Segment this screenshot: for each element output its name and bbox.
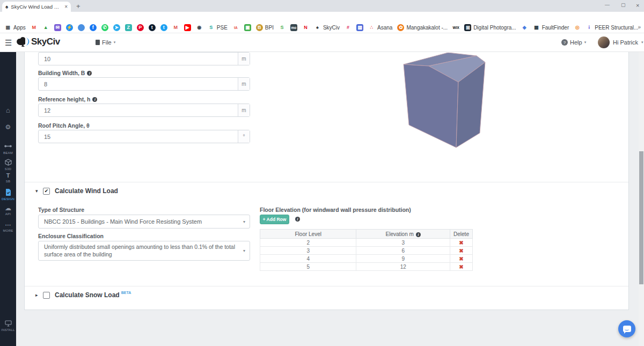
bookmark-item[interactable]: ◆ (521, 24, 528, 31)
hamburger-menu-icon[interactable]: ☰ (5, 38, 12, 48)
bookmark-favicon-icon: ▦ (533, 24, 540, 31)
info-icon[interactable]: i (416, 232, 421, 237)
field-input-group: m (38, 52, 250, 65)
field-input[interactable] (39, 130, 238, 143)
page-scrollbar-thumb[interactable] (639, 151, 643, 284)
sidebar-item-home[interactable]: ⌂ (0, 107, 16, 114)
building-3d-view[interactable] (376, 53, 516, 154)
table-cell: 3 (260, 247, 356, 255)
sidebar-item-design[interactable]: DESIGN (0, 187, 16, 201)
wind-load-section-header: ▾ ✔ Calculate Wind Load (35, 187, 118, 195)
bookmark-favicon-icon: M (31, 24, 38, 31)
sidebar-item-settings[interactable]: ⚙ (0, 124, 16, 131)
table-cell: 6 (356, 247, 450, 255)
bookmarks-overflow-icon[interactable]: » (638, 24, 641, 30)
sidebar-item-s3d[interactable]: S3D (0, 157, 16, 171)
field-input[interactable] (39, 104, 238, 116)
chat-button[interactable] (618, 320, 635, 337)
wind-load-checkbox[interactable]: ✔ (43, 188, 50, 195)
enclosure-select[interactable]: Uniformly distributed small openings amo… (38, 241, 250, 261)
chevron-down-icon: ▾ (584, 40, 587, 45)
skyciv-logo-icon (16, 36, 30, 47)
info-icon[interactable]: i (87, 71, 92, 76)
bookmark-item[interactable] (78, 24, 85, 31)
sidebar-item-sb[interactable]: TSB (0, 172, 16, 183)
bookmark-item[interactable]: ✿Mangakakalot -... (397, 24, 448, 31)
collapse-arrow-icon[interactable]: ▸ (35, 292, 43, 298)
bookmark-item[interactable]: ▦FaultFinder (533, 24, 569, 31)
sidebar-item-label: INSTALL (0, 328, 16, 332)
user-name-label: Hi Patrick (613, 39, 638, 46)
bookmark-item[interactable]: t (160, 24, 167, 31)
sidebar-item-install[interactable]: INSTALL (0, 318, 16, 332)
floor-elevation-label: Floor Elevation (for windward wall press… (260, 207, 411, 213)
bookmark-item[interactable]: P (137, 24, 144, 31)
bookmark-label: PSE (217, 25, 228, 31)
sidebar-item-label: API (0, 212, 16, 216)
info-icon[interactable]: i (92, 97, 97, 102)
bookmark-item[interactable]: mo (290, 24, 297, 31)
snow-load-checkbox[interactable] (43, 292, 50, 299)
sidebar-item-more[interactable]: ⋯MORE (0, 222, 16, 232)
bookmark-item[interactable]: S (279, 24, 286, 31)
sidebar-item-beam[interactable]: BEAM (0, 141, 16, 154)
bookmark-item[interactable]: ▤ (356, 24, 363, 31)
bookmark-item[interactable]: M (172, 24, 179, 31)
bookmark-item[interactable]: ▲ (42, 24, 49, 31)
bookmark-favicon-icon: mo (290, 24, 297, 31)
bookmark-item[interactable]: ▣ (244, 24, 251, 31)
structure-type-select[interactable]: NBCC 2015 - Buildings - Main Wind Force … (38, 215, 250, 229)
window-restore-button[interactable]: ▢ (621, 2, 626, 8)
bookmark-item[interactable]: Z (125, 24, 132, 31)
bookmark-item[interactable]: # (345, 24, 352, 31)
delete-row-button[interactable]: ✖ (459, 240, 463, 246)
sidebar-item-label: SB (0, 180, 16, 183)
bookmark-item[interactable]: ➤ (113, 24, 120, 31)
bookmark-item[interactable]: ▶ (184, 24, 191, 31)
bookmark-item[interactable]: ▦Apps (4, 24, 26, 31)
add-row-button[interactable]: + Add Row (260, 215, 289, 224)
field-unit: m (238, 78, 250, 90)
browser-tab[interactable]: ♠ SkyCiv Wind Load Generato × (2, 2, 71, 12)
bookmark-item[interactable]: ∴Asana (368, 24, 392, 31)
bookmark-item[interactable]: BBPI (256, 24, 274, 31)
field-input[interactable] (39, 78, 238, 90)
bookmark-item[interactable]: ▣Digital Photogra... (464, 24, 516, 31)
delete-row-button[interactable]: ✖ (459, 264, 463, 270)
bookmark-item[interactable]: ✆ (101, 24, 108, 31)
bookmark-item[interactable]: ✉ (54, 24, 61, 31)
skyciv-logo[interactable]: SkyCiv (16, 36, 60, 47)
app-sidebar: ⌂⚙BEAMS3DTSBDESIGN☁API⋯MOREINSTALL (0, 52, 16, 346)
url-bar-row: ← → ↻ platform.skyciv.com/design/wind?pr… (0, 12, 644, 23)
collapse-arrow-icon[interactable]: ▾ (35, 188, 43, 194)
bookmark-item[interactable]: N (302, 24, 309, 31)
cloud-icon: ☁ (0, 205, 16, 212)
bookmark-item[interactable]: f (90, 24, 97, 31)
bookmark-item[interactable]: M (31, 24, 38, 31)
window-minimize-button[interactable]: — (605, 2, 610, 8)
help-menu[interactable]: ? Help ▾ (561, 39, 586, 46)
section-builder-icon: T (0, 172, 16, 179)
bookmark-item[interactable]: SPSE (208, 24, 228, 31)
bookmark-item[interactable]: t (149, 24, 156, 31)
bookmark-item[interactable]: ◉ (196, 24, 203, 31)
bookmark-item[interactable]: ♠SkyCiv (314, 24, 340, 31)
bookmark-favicon-icon: S (279, 24, 286, 31)
field-input[interactable] (39, 53, 238, 65)
tab-close-icon[interactable]: × (64, 4, 68, 10)
delete-row-button[interactable]: ✖ (459, 256, 463, 262)
bookmark-item[interactable]: ◎ (574, 24, 581, 31)
field-unit: m (238, 104, 250, 116)
sidebar-item-api[interactable]: ☁API (0, 205, 16, 216)
user-menu[interactable]: Hi Patrick ▾ (598, 36, 643, 48)
info-icon[interactable]: i (295, 217, 300, 222)
file-menu[interactable]: File ▾ (96, 39, 115, 46)
window-close-button[interactable]: × (636, 2, 639, 9)
bookmark-item[interactable]: WIX (452, 24, 459, 31)
bookmark-favicon-icon: ⚡ (66, 24, 73, 31)
new-tab-button[interactable]: + (76, 2, 80, 10)
bookmark-item[interactable]: ⚡ (66, 24, 73, 31)
delete-row-button[interactable]: ✖ (459, 248, 463, 254)
bookmark-item[interactable]: tA (232, 24, 239, 31)
bookmark-item[interactable]: iPEER Structural... (586, 24, 638, 31)
